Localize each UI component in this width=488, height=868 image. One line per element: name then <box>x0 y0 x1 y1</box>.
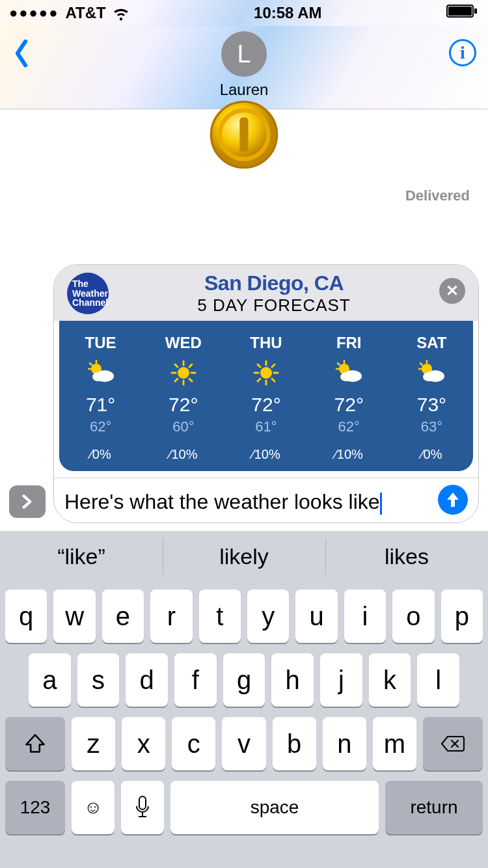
space-key[interactable]: space <box>170 781 379 834</box>
key-f[interactable]: f <box>174 653 217 707</box>
day-name: FRI <box>336 334 362 352</box>
key-o[interactable]: o <box>392 590 434 643</box>
weather-icon <box>253 359 279 387</box>
low-temp: 60° <box>172 418 194 435</box>
weather-icon <box>334 359 363 387</box>
message-input-bubble[interactable]: The Weather Channel San Diego, CA 5 DAY … <box>53 264 479 523</box>
svg-point-35 <box>340 372 352 381</box>
weather-card-header: The Weather Channel San Diego, CA 5 DAY … <box>54 265 478 321</box>
coin-sticker[interactable] <box>208 99 280 170</box>
key-a[interactable]: a <box>29 653 71 707</box>
low-temp: 62° <box>90 418 111 435</box>
contact-name: Lauren <box>220 81 269 99</box>
svg-line-20 <box>175 379 178 381</box>
prediction-2[interactable]: likely <box>163 531 325 582</box>
forecast-day: TUE71°62°⁄0% <box>59 334 142 462</box>
svg-point-41 <box>423 372 435 381</box>
prediction-3[interactable]: likes <box>325 531 488 582</box>
precip-chance: ⁄10% <box>252 447 280 462</box>
low-temp: 62° <box>338 418 360 435</box>
forecast-day: SAT73°63°⁄0% <box>390 334 473 462</box>
dictation-key[interactable] <box>121 781 164 834</box>
key-y[interactable]: y <box>247 590 289 643</box>
key-i[interactable]: i <box>344 590 386 643</box>
key-z[interactable]: z <box>72 717 115 770</box>
key-c[interactable]: c <box>172 717 215 770</box>
conversation-thread[interactable]: Delivered <box>0 109 488 264</box>
key-h[interactable]: h <box>271 653 314 707</box>
weather-subtitle: 5 DAY FORECAST <box>109 295 439 316</box>
key-q[interactable]: q <box>5 590 47 643</box>
key-g[interactable]: g <box>223 653 265 707</box>
predictive-bar: “like” likely likes <box>0 531 488 582</box>
svg-rect-1 <box>448 7 472 16</box>
forecast-day: FRI72°62°⁄10% <box>308 334 390 462</box>
arrow-up-icon <box>446 491 460 508</box>
day-name: WED <box>165 334 202 352</box>
key-w[interactable]: w <box>53 590 95 643</box>
weather-channel-logo: The Weather Channel <box>67 273 109 314</box>
svg-rect-2 <box>474 8 477 14</box>
key-s[interactable]: s <box>77 653 120 707</box>
svg-line-28 <box>272 364 275 367</box>
key-v[interactable]: v <box>222 717 265 770</box>
shift-key[interactable] <box>5 717 65 770</box>
details-button[interactable]: i <box>437 30 476 66</box>
back-button[interactable] <box>12 30 51 68</box>
key-n[interactable]: n <box>323 717 366 770</box>
weather-icon <box>417 359 446 387</box>
key-e[interactable]: e <box>102 590 144 643</box>
wifi-icon <box>113 5 129 21</box>
key-r[interactable]: r <box>150 590 192 643</box>
emoji-key[interactable]: ☺ <box>72 781 115 834</box>
svg-line-26 <box>258 364 260 367</box>
key-j[interactable]: j <box>320 653 362 707</box>
precip-chance: ⁄10% <box>335 447 363 462</box>
weather-location: San Diego, CA <box>109 271 439 295</box>
contact-info[interactable]: L Lauren <box>51 30 437 99</box>
key-d[interactable]: d <box>126 653 168 707</box>
clock: 10:58 AM <box>254 4 321 22</box>
svg-line-17 <box>175 364 178 367</box>
high-temp: 71° <box>86 394 115 416</box>
numbers-key[interactable]: 123 <box>5 781 65 834</box>
key-u[interactable]: u <box>295 590 337 643</box>
key-p[interactable]: p <box>441 590 483 643</box>
low-temp: 63° <box>421 418 442 435</box>
day-name: TUE <box>85 334 116 352</box>
key-b[interactable]: b <box>273 717 316 770</box>
low-temp: 61° <box>255 418 277 435</box>
forecast-day: WED72°60°⁄10% <box>142 334 224 462</box>
conversation-header: L Lauren i <box>0 26 488 109</box>
message-text-input[interactable]: Here's what the weather looks like <box>64 489 438 515</box>
key-k[interactable]: k <box>369 653 411 707</box>
remove-attachment-button[interactable]: ✕ <box>439 278 465 304</box>
backspace-key[interactable] <box>423 717 483 770</box>
svg-point-11 <box>92 372 104 381</box>
text-cursor <box>380 493 382 515</box>
contact-avatar: L <box>221 31 267 77</box>
return-key[interactable]: return <box>385 781 483 834</box>
svg-line-27 <box>272 379 275 381</box>
app-drawer-button[interactable] <box>9 485 46 518</box>
battery-icon <box>446 4 479 22</box>
svg-point-21 <box>260 367 272 379</box>
svg-point-12 <box>178 367 189 379</box>
close-icon: ✕ <box>446 282 459 300</box>
high-temp: 72° <box>334 394 364 416</box>
key-m[interactable]: m <box>373 717 416 770</box>
precip-chance: ⁄0% <box>421 447 442 462</box>
svg-line-19 <box>189 364 192 367</box>
weather-attachment[interactable]: The Weather Channel San Diego, CA 5 DAY … <box>54 265 478 471</box>
compose-bar: The Weather Channel San Diego, CA 5 DAY … <box>0 264 488 531</box>
signal-dots: ●●●●● <box>9 5 59 21</box>
prediction-1[interactable]: “like” <box>0 531 163 582</box>
send-button[interactable] <box>438 485 468 515</box>
key-x[interactable]: x <box>122 717 165 770</box>
weather-icon <box>87 359 115 387</box>
svg-rect-5 <box>239 118 248 152</box>
forecast-grid: TUE71°62°⁄0%WED72°60°⁄10%THU72°61°⁄10%FR… <box>59 321 473 471</box>
delivered-status: Delivered <box>405 187 470 204</box>
key-l[interactable]: l <box>417 653 459 707</box>
key-t[interactable]: t <box>199 590 241 643</box>
